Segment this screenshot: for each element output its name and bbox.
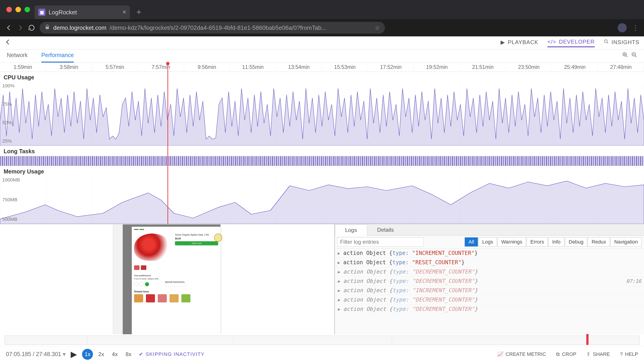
rp-tab-logs[interactable]: Logs bbox=[335, 224, 367, 236]
playhead[interactable] bbox=[168, 63, 168, 224]
expand-icon[interactable]: ▶ bbox=[338, 251, 340, 256]
ruler-tick: 25:49min bbox=[552, 63, 598, 72]
pill-redux[interactable]: Redux bbox=[588, 237, 610, 246]
nav-forward-button[interactable] bbox=[17, 24, 24, 31]
pill-info[interactable]: Info bbox=[548, 237, 564, 246]
bookmark-icon[interactable]: ☆ bbox=[375, 24, 380, 31]
chevron-down-icon[interactable]: ▾ bbox=[63, 351, 66, 357]
skip-inactivity-toggle[interactable]: ✔ SKIPPING INACTIVITY bbox=[139, 351, 204, 357]
tab-close-button[interactable]: ✕ bbox=[122, 9, 126, 15]
window-controls bbox=[4, 7, 33, 12]
log-list[interactable]: ▶action Object {type: "INCREMENT_COUNTER… bbox=[335, 248, 644, 334]
profile-avatar[interactable] bbox=[618, 23, 627, 32]
longtasks-section-label: Long Tasks bbox=[0, 146, 644, 156]
ruler-tick: 23:50min bbox=[506, 63, 552, 72]
expand-icon[interactable]: ▶ bbox=[338, 297, 340, 302]
pill-errors[interactable]: Errors bbox=[526, 237, 548, 246]
tab-insights[interactable]: INSIGHTS bbox=[604, 39, 640, 47]
code-icon: </> bbox=[548, 39, 556, 45]
rp-tab-details[interactable]: Details bbox=[367, 224, 404, 235]
subtab-network[interactable]: Network bbox=[7, 52, 28, 63]
play-button[interactable]: ▶ bbox=[71, 349, 77, 359]
time-ruler[interactable]: 1:59min 3:58min 5:57min 7:57min 9:56min … bbox=[0, 63, 644, 72]
chart-icon: 📈 bbox=[497, 351, 503, 357]
session-preview-pane: Sunny Organic Apples Gala, 2 lbs $6.09 A… bbox=[0, 224, 335, 334]
log-prefix: action Object bbox=[343, 296, 386, 303]
product-price: $6.09 bbox=[175, 237, 218, 240]
expand-icon[interactable]: ▶ bbox=[338, 260, 340, 265]
app-back-button[interactable] bbox=[4, 39, 11, 47]
scrubber[interactable] bbox=[4, 336, 640, 345]
log-prefix: action Object bbox=[343, 259, 386, 266]
lock-icon bbox=[44, 24, 50, 31]
reload-button[interactable] bbox=[28, 24, 35, 31]
speed-2x[interactable]: 2x bbox=[96, 349, 106, 360]
url-path: /demo-kdz7k/logrocket/s/2-09702da4-6519-… bbox=[110, 24, 326, 31]
subtab-performance[interactable]: Performance bbox=[41, 52, 74, 63]
expand-icon[interactable]: ▶ bbox=[338, 307, 340, 311]
log-filter-input[interactable] bbox=[337, 237, 424, 246]
pill-all[interactable]: All bbox=[465, 237, 478, 246]
developer-subtabs: Network Performance bbox=[0, 50, 644, 63]
share-button[interactable]: ⇪SHARE bbox=[586, 351, 610, 357]
cpu-chart[interactable]: 100% 75% 50% 25% bbox=[0, 82, 644, 146]
memory-section-label: Memory Usage bbox=[0, 166, 644, 176]
browser-menu-button[interactable]: ⋮ bbox=[632, 24, 638, 32]
timeline-panel: 1:59min 3:58min 5:57min 7:57min 9:56min … bbox=[0, 63, 644, 224]
log-timestamp: 07:16 bbox=[626, 278, 641, 284]
speed-controls: 1x 2x 4x 8x bbox=[82, 349, 134, 360]
log-row[interactable]: ▶action Object {type: "DECREMENT_COUNTER… bbox=[335, 304, 644, 314]
pill-debug[interactable]: Debug bbox=[565, 237, 588, 246]
scrubber-marker[interactable] bbox=[586, 334, 588, 345]
longtasks-band[interactable] bbox=[0, 156, 644, 166]
pill-logs[interactable]: Logs bbox=[478, 237, 497, 246]
window-maximize-button[interactable] bbox=[24, 7, 30, 12]
pill-navigation[interactable]: Navigation bbox=[610, 237, 642, 246]
add-to-cart-button: Add to cart bbox=[175, 241, 218, 245]
url-field[interactable]: demo.logrocket.com /demo-kdz7k/logrocket… bbox=[40, 22, 385, 34]
related-header: Related items bbox=[134, 290, 218, 293]
log-row[interactable]: ▶action Object {type: "INCREMENT_COUNTER… bbox=[335, 248, 644, 258]
browser-chrome: ▣ LogRocket ✕ ＋ demo.logrocket.com /demo… bbox=[0, 0, 644, 36]
help-button[interactable]: ?HELP bbox=[620, 351, 638, 357]
product-image bbox=[134, 233, 170, 261]
zoom-in-icon[interactable] bbox=[622, 52, 628, 63]
tab-playback[interactable]: ▶ PLAYBACK bbox=[500, 39, 538, 47]
browser-tab[interactable]: ▣ LogRocket ✕ bbox=[34, 6, 130, 19]
expand-icon[interactable]: ▶ bbox=[338, 269, 340, 274]
log-row[interactable]: ▶action Object {type: "DECREMENT_COUNTER… bbox=[335, 267, 644, 276]
cursor-highlight-icon bbox=[214, 233, 222, 242]
speed-1x[interactable]: 1x bbox=[82, 349, 93, 360]
memory-area-svg bbox=[0, 176, 644, 224]
create-metric-button[interactable]: 📈CREATE METRIC bbox=[497, 351, 546, 357]
crop-button[interactable]: ⧉CROP bbox=[556, 351, 576, 357]
log-filter-pills: All Logs Warnings Errors Info Debug Redu… bbox=[465, 237, 642, 246]
log-row[interactable]: ▶action Object {type: "DECREMENT_COUNTER… bbox=[335, 295, 644, 304]
ytick: 750MB bbox=[2, 197, 20, 202]
new-tab-button[interactable]: ＋ bbox=[135, 7, 143, 17]
tab-developer[interactable]: </> DEVELOPER bbox=[548, 39, 595, 47]
session-preview: Sunny Organic Apples Gala, 2 lbs $6.09 A… bbox=[114, 224, 220, 334]
cpu-area-svg bbox=[0, 82, 644, 146]
speed-4x[interactable]: 4x bbox=[109, 349, 120, 360]
expand-icon[interactable]: ▶ bbox=[338, 288, 340, 293]
log-row[interactable]: ▶action Object {type: "DECREMENT_COUNTER… bbox=[335, 276, 644, 286]
memory-chart[interactable]: 1000MB 750MB 500MB bbox=[0, 176, 644, 224]
ruler-tick: 9:56min bbox=[184, 63, 230, 72]
tab-title: LogRocket bbox=[49, 9, 119, 16]
prefs-subtext: If out of stock, replace with... bbox=[134, 278, 218, 280]
expand-icon[interactable]: ▶ bbox=[338, 279, 340, 283]
pill-warnings[interactable]: Warnings bbox=[498, 237, 526, 246]
nav-back-button[interactable] bbox=[6, 24, 12, 31]
cpu-section-label: CPU Usage bbox=[0, 72, 644, 82]
cpu-y-axis: 100% 75% 50% 25% bbox=[2, 82, 14, 146]
window-close-button[interactable] bbox=[6, 7, 12, 12]
log-row[interactable]: ▶action Object {type: "INCREMENT_COUNTER… bbox=[335, 286, 644, 295]
window-minimize-button[interactable] bbox=[16, 7, 21, 12]
speed-8x[interactable]: 8x bbox=[123, 349, 134, 360]
crop-icon: ⧉ bbox=[556, 351, 560, 357]
log-row[interactable]: ▶action Object {type: "RESET_COUNTER"} bbox=[335, 258, 644, 267]
zoom-out-icon[interactable] bbox=[631, 52, 637, 63]
preview-sidebar bbox=[114, 224, 123, 334]
tab-bar: ▣ LogRocket ✕ ＋ bbox=[0, 0, 644, 19]
